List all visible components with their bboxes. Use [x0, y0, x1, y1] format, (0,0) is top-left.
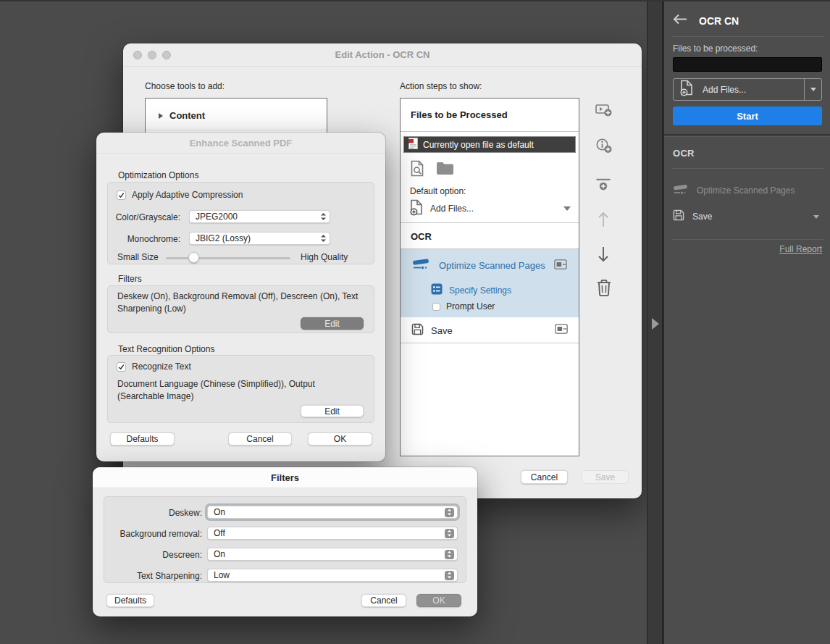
- specify-settings-button[interactable]: Specify Settings: [431, 283, 511, 298]
- apply-adaptive-compression-checkbox[interactable]: [117, 191, 126, 200]
- disclosure-triangle-icon: [159, 113, 163, 119]
- edit-action-cancel-label: Cancel: [531, 472, 558, 482]
- files-to-process-label: Files to be processed:: [673, 43, 758, 54]
- filters-group: Deskew (On), Background Removal (Off), D…: [107, 285, 374, 333]
- panel-expand-handle-icon[interactable]: [652, 318, 659, 330]
- monochrome-dropdown[interactable]: JBIG2 (Lossy): [189, 232, 330, 245]
- filters-titlebar[interactable]: Filters: [93, 467, 477, 488]
- edit-action-dialog-title: Edit Action - OCR CN: [123, 49, 642, 60]
- text-sharpening-dropdown[interactable]: Low: [207, 569, 458, 582]
- edit-action-titlebar[interactable]: Edit Action - OCR CN: [123, 43, 642, 67]
- descreen-value: On: [214, 549, 445, 559]
- filters-edit-button[interactable]: Edit: [301, 317, 364, 330]
- sidebar-optimize-item[interactable]: Optimize Scanned Pages: [673, 183, 822, 198]
- stepper-icon: [445, 571, 454, 580]
- arrow-up-icon[interactable]: [597, 211, 610, 231]
- descreen-dropdown[interactable]: On: [207, 548, 458, 561]
- start-button[interactable]: Start: [673, 106, 822, 125]
- save-floppy-icon: [411, 323, 424, 338]
- minimize-window-button[interactable]: [148, 51, 156, 59]
- add-divider-icon[interactable]: [595, 178, 611, 195]
- caret-down-icon: [563, 206, 571, 211]
- filters-cancel-label: Cancel: [370, 595, 397, 606]
- selected-step-block[interactable]: Optimize Scanned Pages Specify Settings …: [401, 249, 579, 317]
- sidebar-ocr-header: OCR: [673, 148, 695, 159]
- specify-settings-icon: [431, 283, 443, 298]
- divider: [401, 343, 579, 343]
- action-steps-panel: Files to be Processed Currently open fil…: [400, 98, 579, 456]
- caret-down-icon: [810, 88, 816, 91]
- apply-adaptive-compression-option[interactable]: Apply Adaptive Compression: [117, 190, 243, 200]
- selected-file-option-label: Currently open file as default: [423, 140, 534, 150]
- edit-action-save-label: Save: [595, 472, 615, 482]
- add-panel-icon[interactable]: [595, 104, 613, 121]
- quality-slider-track[interactable]: [166, 257, 290, 259]
- filters-defaults-button[interactable]: Defaults: [106, 594, 154, 607]
- stepper-icon: [445, 529, 454, 538]
- stepper-icon: [320, 234, 327, 243]
- add-instruction-icon[interactable]: [595, 138, 613, 157]
- prompt-user-option[interactable]: Prompt User: [432, 301, 495, 311]
- arrow-down-icon[interactable]: [597, 246, 610, 266]
- step-optimize-row[interactable]: Optimize Scanned Pages: [412, 258, 567, 273]
- color-grayscale-dropdown[interactable]: JPEG2000: [189, 210, 330, 223]
- color-grayscale-value: JPEG2000: [196, 212, 320, 222]
- add-files-dropdown-button[interactable]: [804, 79, 821, 100]
- ocr-sidebar: OCR CN Files to be processed: Add Files.…: [663, 0, 830, 644]
- back-arrow-icon[interactable]: [673, 14, 687, 28]
- step-save-row[interactable]: Save: [411, 322, 568, 338]
- recognize-text-option[interactable]: Recognize Text: [117, 361, 191, 372]
- divider: [671, 239, 823, 240]
- divider: [671, 36, 823, 37]
- descreen-label: Descreen:: [108, 550, 202, 560]
- quality-slider-thumb[interactable]: [188, 252, 199, 263]
- caret-down-icon[interactable]: [813, 215, 819, 219]
- enhance-cancel-button[interactable]: Cancel: [228, 432, 292, 446]
- optimization-options-label: Optimization Options: [118, 170, 198, 180]
- sidebar-save-item[interactable]: Save: [673, 209, 822, 225]
- text-recognition-edit-button[interactable]: Edit: [301, 405, 364, 417]
- deskew-dropdown[interactable]: On: [207, 506, 458, 519]
- filters-cancel-button[interactable]: Cancel: [361, 594, 406, 607]
- scanner-icon: [673, 184, 689, 198]
- recognize-text-checkbox[interactable]: [117, 362, 126, 372]
- text-recognition-group: Recognize Text Document Language (Chines…: [107, 355, 374, 423]
- file-search-icon[interactable]: [411, 160, 426, 180]
- edit-action-cancel-button[interactable]: Cancel: [521, 470, 568, 484]
- scanner-icon: [412, 258, 432, 273]
- files-to-process-input[interactable]: [673, 57, 822, 72]
- row-options-icon[interactable]: [555, 324, 568, 337]
- pdf-file-icon: [408, 138, 418, 152]
- background-removal-label: Background removal:: [108, 529, 202, 539]
- default-add-files-dropdown[interactable]: Add Files...: [410, 199, 571, 218]
- background-removal-dropdown[interactable]: Off: [207, 527, 458, 540]
- add-files-split-button[interactable]: Add Files...: [673, 78, 822, 101]
- panel-splitter[interactable]: [647, 0, 663, 644]
- enhance-titlebar[interactable]: Enhance Scanned PDF: [96, 133, 385, 154]
- filters-ok-button[interactable]: OK: [416, 594, 461, 607]
- trash-icon[interactable]: [596, 279, 612, 300]
- sidebar-save-label: Save: [692, 212, 805, 222]
- enhance-ok-button[interactable]: OK: [308, 432, 372, 446]
- section-divider: [664, 134, 830, 137]
- zoom-window-button[interactable]: [162, 51, 171, 59]
- row-options-icon[interactable]: [554, 259, 567, 272]
- specify-settings-label: Specify Settings: [449, 285, 511, 296]
- recognize-text-label: Recognize Text: [132, 361, 191, 372]
- add-files-main-button[interactable]: Add Files...: [674, 79, 804, 100]
- full-report-link[interactable]: Full Report: [779, 244, 822, 254]
- prompt-user-checkbox[interactable]: [432, 303, 440, 311]
- default-option-label: Default option:: [410, 186, 466, 196]
- tools-category-content[interactable]: Content: [146, 99, 327, 130]
- close-window-button[interactable]: [133, 51, 142, 59]
- enhance-defaults-button[interactable]: Defaults: [110, 432, 175, 446]
- text-recognition-label: Text Recognition Options: [118, 344, 214, 354]
- edit-action-save-button[interactable]: Save: [582, 470, 629, 484]
- selected-file-option-row[interactable]: Currently open file as default: [403, 136, 576, 153]
- filters-dialog-title: Filters: [93, 472, 477, 483]
- folder-icon[interactable]: [436, 162, 454, 178]
- enhance-dialog-title: Enhance Scanned PDF: [96, 138, 385, 149]
- step-save-label: Save: [431, 325, 548, 336]
- sidebar-optimize-label: Optimize Scanned Pages: [697, 185, 795, 196]
- stepper-icon: [320, 212, 327, 221]
